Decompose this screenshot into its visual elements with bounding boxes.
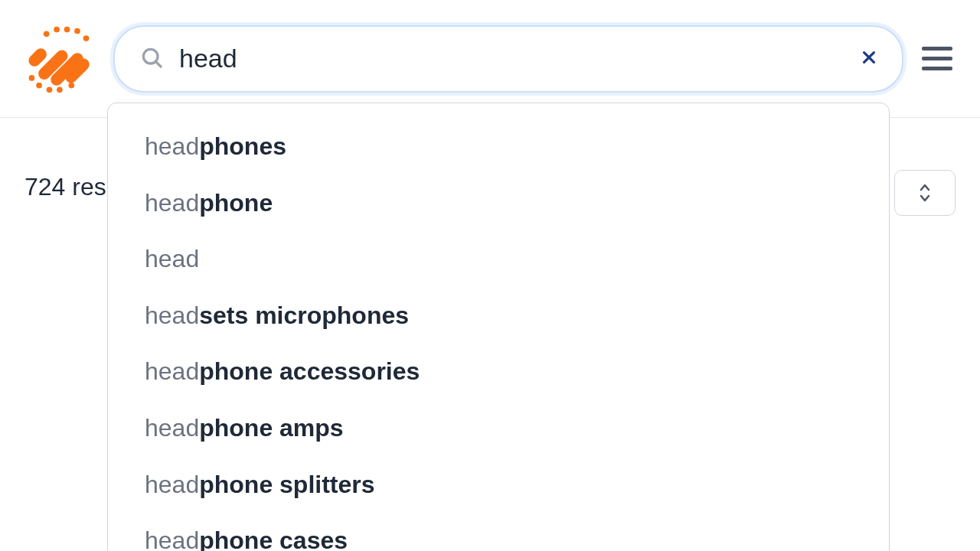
svg-point-12 [57,86,63,93]
suggestion-match: head [145,357,199,385]
suggestion-rest: phone amps [199,414,343,442]
suggestion-rest: phones [199,132,286,160]
search-box[interactable] [113,25,903,93]
suggestion-item[interactable]: headphone accessories [108,344,889,400]
svg-point-13 [68,82,74,88]
results-count: 724 resu [24,173,120,201]
suggestion-rest: phone splitters [199,471,374,498]
suggestion-match: head [145,132,199,160]
suggestion-item[interactable]: headphone amps [108,400,889,457]
suggestion-match: head [145,245,199,272]
suggestion-item[interactable]: headphones [108,119,889,175]
menu-bar [922,67,952,70]
suggestion-match: head [145,189,199,217]
search-input[interactable] [179,44,861,73]
suggestion-rest: phone cases [199,527,348,551]
suggestion-item[interactable]: headphone cases [108,513,889,551]
content: 724 resu headphonesheadphoneheadheadsets… [0,118,980,164]
svg-point-3 [44,31,50,37]
suggestion-rest: phone [199,189,273,217]
svg-point-4 [83,35,90,41]
svg-line-15 [156,61,161,66]
menu-button[interactable] [922,41,959,77]
svg-point-10 [36,82,42,88]
logo[interactable] [21,22,95,96]
menu-bar [922,57,952,60]
menu-bar [922,47,952,51]
suggestion-item[interactable]: headsets microphones [108,288,889,344]
suggestion-rest: phone accessories [199,357,420,385]
svg-point-0 [54,26,60,32]
suggestion-match: head [145,527,199,551]
header [0,0,980,118]
suggestion-item[interactable]: headphone splitters [108,457,889,514]
search-icon [139,45,164,73]
suggestion-match: head [145,471,199,498]
chevron-up-down-icon [916,182,934,204]
search-container [113,25,903,93]
suggestion-match: head [145,302,199,329]
suggestion-item[interactable]: head [108,231,889,288]
svg-point-11 [47,86,53,93]
svg-point-9 [29,75,35,81]
sort-button[interactable] [894,170,956,216]
clear-icon[interactable] [861,47,877,71]
svg-point-1 [64,26,70,32]
suggestion-rest: sets microphones [199,302,409,329]
svg-point-2 [74,28,80,34]
suggestion-match: head [145,414,199,442]
suggestions-dropdown: headphonesheadphoneheadheadsets micropho… [107,103,890,551]
suggestion-item[interactable]: headphone [108,175,889,232]
